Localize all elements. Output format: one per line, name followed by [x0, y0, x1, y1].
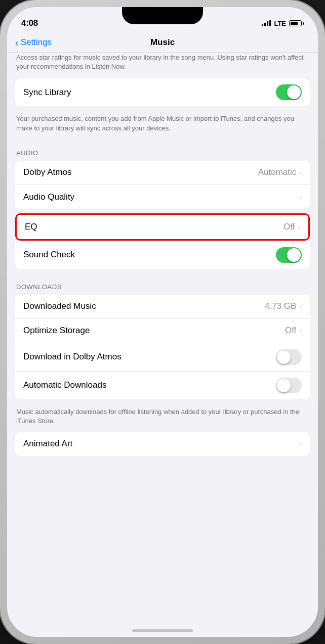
sound-check-toggle-knob [287, 248, 301, 262]
automatic-downloads-toggle[interactable] [276, 378, 302, 393]
downloads-section-label: DOWNLOADS [7, 273, 318, 295]
phone-screen: 4:08 LTE ‹ Se [7, 7, 318, 637]
downloaded-music-row[interactable]: Downloaded Music 4.73 GB › [15, 295, 310, 319]
automatic-downloads-label: Automatic Downloads [23, 380, 106, 390]
sync-library-group: Sync Library [15, 78, 310, 106]
star-ratings-description: Access star ratings for music saved to y… [7, 53, 318, 78]
download-dolby-row: Download in Dolby Atmos [15, 343, 310, 372]
eq-label: EQ [25, 222, 37, 232]
eq-chevron-icon: › [298, 223, 300, 231]
dolby-atmos-value-group: Automatic › [258, 167, 302, 177]
dolby-atmos-label: Dolby Atmos [23, 167, 71, 177]
home-indicator [132, 629, 193, 632]
downloaded-music-label: Downloaded Music [23, 301, 96, 311]
battery-icon [289, 20, 304, 26]
download-dolby-knob [277, 350, 291, 364]
downloaded-music-value-group: 4.73 GB › [265, 301, 302, 311]
sync-library-description: Your purchased music, content you add fr… [7, 110, 318, 139]
back-chevron-icon: ‹ [15, 37, 19, 48]
eq-highlighted-row[interactable]: EQ Off › [15, 213, 310, 241]
automatic-downloads-knob [277, 379, 291, 392]
toggle-knob [287, 85, 301, 99]
screen-content: Access star ratings for music saved to y… [7, 53, 318, 622]
sound-check-label: Sound Check [23, 250, 75, 260]
sync-library-toggle[interactable] [276, 84, 302, 100]
back-label: Settings [21, 37, 52, 48]
eq-value: Off [283, 222, 295, 232]
optimize-storage-label: Optimize Storage [23, 326, 90, 336]
audio-quality-chevron-group: › [299, 193, 302, 201]
optimize-storage-value: Off [285, 326, 296, 336]
nav-bar: ‹ Settings Music [7, 34, 318, 53]
dolby-atmos-value: Automatic [258, 167, 297, 177]
downloads-group: Downloaded Music 4.73 GB › Optimize Stor… [15, 295, 310, 399]
lte-label: LTE [274, 20, 286, 27]
audio-section-label: AUDIO [7, 139, 318, 161]
downloaded-music-value: 4.73 GB [265, 301, 296, 311]
status-time: 4:08 [21, 18, 38, 28]
dolby-atmos-chevron-icon: › [299, 168, 302, 176]
page-title: Music [150, 37, 175, 48]
audio-quality-label: Audio Quality [23, 192, 74, 202]
downloads-description: Music automatically downloads for offlin… [7, 403, 318, 432]
download-dolby-toggle[interactable] [276, 349, 302, 365]
signal-bars-icon [262, 20, 271, 26]
download-dolby-label: Download in Dolby Atmos [23, 352, 121, 362]
sync-library-label: Sync Library [23, 87, 71, 98]
animated-art-chevron-icon: › [299, 440, 302, 448]
automatic-downloads-row: Automatic Downloads [15, 372, 310, 399]
back-button[interactable]: ‹ Settings [15, 37, 52, 48]
eq-row-inner: EQ Off › [17, 215, 308, 239]
downloaded-music-chevron-icon: › [299, 302, 302, 310]
optimize-storage-chevron-icon: › [299, 327, 302, 335]
optimize-storage-value-group: Off › [285, 326, 302, 336]
dolby-atmos-row[interactable]: Dolby Atmos Automatic › [15, 161, 310, 185]
animated-art-label: Animated Art [23, 439, 72, 449]
sync-library-row: Sync Library [15, 78, 310, 106]
sound-check-toggle[interactable] [276, 247, 302, 263]
eq-value-group: Off › [283, 222, 300, 232]
phone-frame: 4:08 LTE ‹ Se [0, 0, 325, 644]
sound-check-row: Sound Check [15, 241, 310, 269]
animated-art-group: Animated Art › [15, 432, 310, 456]
sound-check-group: Sound Check [15, 241, 310, 269]
animated-art-row[interactable]: Animated Art › [15, 432, 310, 456]
audio-group: Dolby Atmos Automatic › Audio Quality › [15, 161, 310, 209]
notch [122, 7, 203, 24]
audio-quality-chevron-icon: › [299, 193, 302, 201]
status-icons: LTE [262, 20, 304, 27]
audio-quality-row[interactable]: Audio Quality › [15, 185, 310, 209]
animated-art-chevron-group: › [299, 440, 302, 448]
optimize-storage-row[interactable]: Optimize Storage Off › [15, 319, 310, 343]
